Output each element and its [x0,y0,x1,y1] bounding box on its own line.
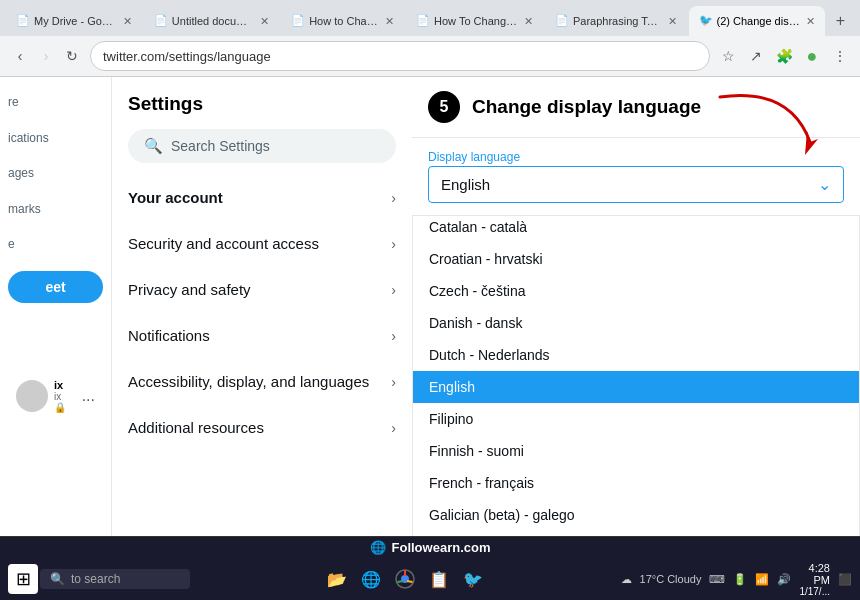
tab-twitter-active[interactable]: 🐦 (2) Change displ... ✕ [689,6,825,36]
language-item[interactable]: English [413,371,859,403]
lock-icon: 🔒 [54,402,66,413]
tab-google-drive[interactable]: 📄 My Drive - Goog... ✕ [6,6,142,36]
language-item[interactable]: Catalan - català [413,215,859,243]
settings-nav-label-accessibility: Accessibility, display, and languages [128,373,369,390]
chevron-right-privacy: › [391,282,396,298]
tab-label-twitter: (2) Change displ... [717,15,802,27]
taskbar: ⊞ 🔍 to search 📂 🌐 📋 🐦 ☁ 17°C Cloudy ⌨ 🔋 … [0,558,860,600]
wifi-icon: 📶 [755,573,769,586]
address-text: twitter.com/settings/language [103,49,271,64]
left-sidebar-partial: re ications ages marks e eet ix ix 🔒 ... [0,77,112,559]
left-partial-item-3: ages [0,156,111,192]
settings-nav-label-additional: Additional resources [128,419,264,436]
username: ix [54,379,76,391]
chevron-right-notifications: › [391,328,396,344]
language-item[interactable]: Finnish - suomi [413,435,859,467]
taskbar-icon-chrome[interactable] [390,564,420,594]
share-icon[interactable]: ↗ [744,44,768,68]
tab-close-untitled[interactable]: ✕ [260,15,269,28]
tab-favicon-how-to-change-2: 📄 [416,14,430,28]
settings-nav-label-your-account: Your account [128,189,223,206]
tab-how-to-change[interactable]: 📄 How to Change ✕ [281,6,404,36]
keyboard-icon: ⌨ [709,573,725,586]
tab-favicon-paraphrasing: 📄 [555,14,569,28]
tab-favicon-google-drive: 📄 [16,14,30,28]
svg-line-4 [407,581,413,582]
tweet-button[interactable]: eet [8,271,103,303]
settings-nav-label-security: Security and account access [128,235,319,252]
address-bar-row: ‹ › ↻ twitter.com/settings/language ☆ ↗ … [0,36,860,76]
extension-icon[interactable]: 🧩 [772,44,796,68]
language-list[interactable]: Arabic - العربيةArabic (Feminine) - (مؤن… [412,215,860,559]
start-button[interactable]: ⊞ [8,564,38,594]
dropdown-current-value: English [441,176,490,193]
settings-nav-label-privacy: Privacy and safety [128,281,251,298]
settings-nav-your-account[interactable]: Your account › [112,175,412,221]
language-item[interactable]: Czech - čeština [413,275,859,307]
tab-close-how-to-change[interactable]: ✕ [385,15,394,28]
taskbar-search-placeholder: to search [71,572,120,586]
new-tab-button[interactable]: + [827,7,854,35]
forward-button[interactable]: › [34,44,58,68]
profile-icon[interactable]: ● [800,44,824,68]
taskbar-date: 1/17/... [799,586,830,597]
tab-label-untitled: Untitled docume... [172,15,256,27]
chevron-down-icon: ⌄ [818,175,831,194]
panel-title: Change display language [472,96,701,118]
weather-text: 17°C Cloudy [640,573,702,585]
language-item[interactable]: Dutch - Nederlands [413,339,859,371]
right-panel: 5 Change display language Display langua… [412,77,860,559]
settings-nav-privacy[interactable]: Privacy and safety › [112,267,412,313]
sound-icon: 🔊 [777,573,791,586]
left-partial-item-5: e [0,227,111,263]
settings-nav-notifications[interactable]: Notifications › [112,313,412,359]
user-row: ix ix 🔒 ... [8,371,103,421]
taskbar-icon-1[interactable]: 📂 [322,564,352,594]
settings-nav-label-notifications: Notifications [128,327,210,344]
language-item[interactable]: Danish - dansk [413,307,859,339]
tab-label-google-drive: My Drive - Goog... [34,15,119,27]
settings-nav-security[interactable]: Security and account access › [112,221,412,267]
menu-icon[interactable]: ⋮ [828,44,852,68]
chevron-right-security: › [391,236,396,252]
settings-sidebar: Settings 🔍 Search Settings Your account … [112,77,412,559]
avatar [16,380,48,412]
main-content: re ications ages marks e eet ix ix 🔒 ...… [0,77,860,559]
left-partial-item-4: marks [0,192,111,228]
chevron-right-additional: › [391,420,396,436]
taskbar-search[interactable]: 🔍 to search [40,569,190,589]
tab-close-google-drive[interactable]: ✕ [123,15,132,28]
language-item[interactable]: Filipino [413,403,859,435]
language-item[interactable]: Croatian - hrvatski [413,243,859,275]
search-placeholder: Search Settings [171,138,270,154]
user-dots-button[interactable]: ... [82,387,95,405]
notification-icon[interactable]: ⬛ [838,573,852,586]
settings-nav-accessibility[interactable]: Accessibility, display, and languages › [112,359,412,405]
taskbar-icon-3[interactable]: 📋 [424,564,454,594]
taskbar-icon-4[interactable]: 🐦 [458,564,488,594]
followeran-bar: 🌐 Followearn.com [0,536,860,558]
tab-label-how-to-change-2: How To Change ... [434,15,520,27]
tab-how-to-change-2[interactable]: 📄 How To Change ... ✕ [406,6,543,36]
language-dropdown[interactable]: English ⌄ [428,166,844,203]
address-bar[interactable]: twitter.com/settings/language [90,41,710,71]
reload-button[interactable]: ↻ [60,44,84,68]
back-button[interactable]: ‹ [8,44,32,68]
dropdown-container: Display language English ⌄ [412,138,860,215]
tab-close-paraphrasing[interactable]: ✕ [668,15,677,28]
taskbar-icon-2[interactable]: 🌐 [356,564,386,594]
bookmark-icon[interactable]: ☆ [716,44,740,68]
settings-search-box[interactable]: 🔍 Search Settings [128,129,396,163]
language-item[interactable]: Galician (beta) - galego [413,499,859,531]
settings-nav-additional[interactable]: Additional resources › [112,405,412,451]
user-info: ix ix 🔒 [54,379,76,413]
tab-close-twitter[interactable]: ✕ [806,15,815,28]
tab-untitled[interactable]: 📄 Untitled docume... ✕ [144,6,279,36]
language-item[interactable]: French - français [413,467,859,499]
search-icon: 🔍 [144,137,163,155]
tab-close-how-to-change-2[interactable]: ✕ [524,15,533,28]
taskbar-left: ⊞ 🔍 to search [8,564,190,594]
tab-favicon-how-to-change: 📄 [291,14,305,28]
left-partial-item-2: ications [0,121,111,157]
tab-paraphrasing[interactable]: 📄 Paraphrasing Too... ✕ [545,6,687,36]
